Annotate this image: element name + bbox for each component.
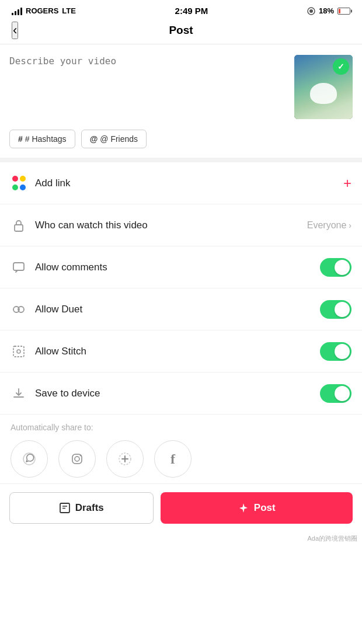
toggle-knob [335,386,350,401]
allow-comments-label: Allow comments [35,262,312,273]
drafts-button[interactable]: Drafts [9,492,154,524]
lock-icon [11,217,27,234]
svg-rect-2 [15,225,23,231]
header: ‹ Post [0,19,362,44]
allow-duet-toggle[interactable] [320,300,351,319]
drafts-label: Drafts [75,502,104,514]
allow-duet-label: Allow Duet [35,304,312,315]
whatsapp-button[interactable] [11,440,48,478]
toggle-knob [335,344,350,359]
duet-icon [11,301,27,318]
comment-icon [11,259,27,276]
post-button[interactable]: Post [161,492,353,524]
allow-stitch-toggle[interactable] [320,342,351,361]
hashtag-icon: # [18,134,23,144]
instagram-button[interactable] [58,440,96,478]
who-watch-row[interactable]: Who can watch this video Everyone › [0,204,362,246]
svg-rect-3 [13,263,24,270]
allow-duet-row[interactable]: Allow Duet [0,288,362,330]
allow-stitch-row[interactable]: Allow Stitch [0,330,362,373]
signal-icon [12,7,22,15]
drafts-icon [59,502,71,514]
add-link-plus-icon[interactable]: + [343,176,351,190]
who-watch-value: Everyone › [307,220,351,231]
check-icon: ✓ [333,58,349,75]
friends-button[interactable]: @ @ Friends [81,130,147,148]
video-thumbnail[interactable]: ✓ Select cover [294,55,353,119]
battery-icon [337,8,350,15]
share-icons: f [11,440,351,478]
toggle-knob [335,260,350,275]
bottom-bar: Drafts Post [0,483,362,533]
chevron-right-icon: › [349,221,351,230]
download-icon [11,385,27,402]
dots-grid-icon [11,175,27,192]
facebook-button[interactable]: f [154,440,192,478]
back-button[interactable]: ‹ [12,22,18,39]
svg-point-1 [309,9,313,13]
allow-stitch-label: Allow Stitch [35,346,312,357]
lock-status-icon [307,7,315,15]
hashtag-button[interactable]: # # Hashtags [9,130,75,148]
facebook-f-icon: f [170,451,175,467]
settings-list: Add link + Who can watch this video Ever… [0,162,362,415]
status-bar: ROGERS LTE 2:49 PM 18% [0,0,362,19]
svg-point-7 [17,350,20,353]
friends-label: @ Friends [100,134,138,144]
thumb-inner: ✓ Select cover [294,55,353,119]
watermark-text: Ada的跨境营销圈 [307,535,357,542]
who-watch-current: Everyone [307,220,347,231]
toggle-knob [335,302,350,317]
hashtag-label: # Hashtags [25,134,67,144]
add-link-row[interactable]: Add link + [0,162,362,204]
share-section: Automatically share to: f [0,415,362,483]
description-input[interactable] [9,55,287,102]
section-divider [0,158,362,162]
svg-rect-6 [13,346,24,357]
save-device-toggle[interactable] [320,384,351,403]
page-title: Post [169,24,193,37]
tiktok-plus-button[interactable] [106,440,144,478]
at-icon: @ [90,134,98,144]
allow-comments-row[interactable]: Allow comments [0,246,362,288]
description-area: ✓ Select cover [0,44,362,126]
status-time: 2:49 PM [175,6,208,16]
share-label: Automatically share to: [11,423,351,432]
who-watch-label: Who can watch this video [35,220,299,231]
add-link-label: Add link [35,177,335,189]
svg-point-11 [80,455,81,457]
carrier-info: ROGERS LTE [12,6,76,15]
save-device-label: Save to device [35,388,312,399]
svg-point-10 [75,457,79,461]
post-sparkle-icon [238,502,249,514]
battery-percent: 18% [319,6,334,15]
network-type: LTE [62,6,76,15]
stitch-icon [11,343,27,360]
post-label: Post [254,502,276,514]
tag-buttons: # # Hashtags @ @ Friends [0,126,362,158]
battery-area: 18% [307,6,350,15]
save-device-row[interactable]: Save to device [0,373,362,415]
allow-comments-toggle[interactable] [320,258,351,277]
carrier-name: ROGERS [26,6,58,15]
watermark: Ada的跨境营销圈 [0,533,362,545]
